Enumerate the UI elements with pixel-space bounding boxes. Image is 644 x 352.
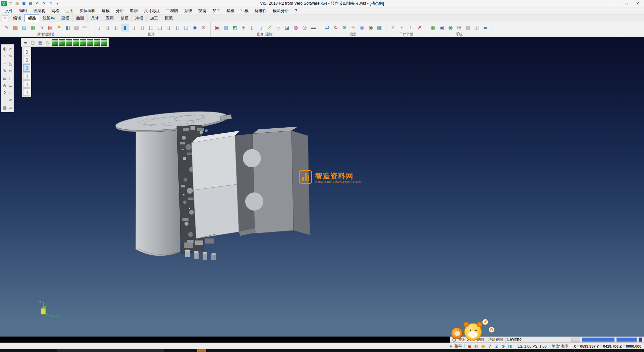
viewport-3d[interactable]: 智造资料网 INTELLIGENT MANUFACTURING DATA x Y (0, 37, 644, 337)
qa-dropdown-icon[interactable]: ▾ (54, 1, 60, 6)
ribbon-tab[interactable]: 曲面 (73, 14, 88, 22)
wp-add-icon[interactable]: + (398, 24, 406, 32)
axis-view-icon[interactable]: ◇ (44, 39, 51, 46)
menu-item[interactable]: 分析 (113, 8, 127, 14)
two-icon[interactable]: 2 (2, 90, 7, 96)
save-icon[interactable]: ▣ (21, 1, 27, 6)
gfx-diamond-icon[interactable]: ◆ (191, 24, 199, 32)
view-cube-dynamic[interactable] (101, 39, 107, 46)
wp-perp-icon[interactable]: ⊥ (407, 24, 415, 32)
menu-item[interactable]: 建模 (99, 8, 113, 14)
gfx-pair2-icon[interactable]: ◱ (156, 24, 164, 32)
close-button[interactable]: ✕ (632, 0, 643, 7)
para-icon[interactable]: ▱ (8, 104, 13, 111)
view-cube-iso-2[interactable] (59, 39, 65, 46)
scissors-icon[interactable]: ✂ (8, 45, 13, 52)
img-half-icon[interactable]: ◪ (283, 24, 291, 32)
new-file-icon[interactable]: ▢ (7, 1, 13, 6)
help-icon[interactable]: ? (487, 344, 492, 349)
menu-item[interactable]: 实体编辑 (76, 8, 99, 14)
ribbon-tab[interactable]: 编辑 (10, 14, 24, 22)
sys-grid-icon[interactable]: ▦ (429, 24, 437, 32)
undo-icon[interactable]: ↶ (34, 1, 40, 6)
box-icon[interactable]: □ (8, 90, 13, 96)
drawer-icon[interactable]: ▤ (2, 75, 7, 82)
ribbon-tab[interactable]: 建模 (58, 14, 73, 22)
tab-dropdown-icon[interactable]: ▼ (2, 15, 8, 21)
print-icon[interactable]: ▦ (28, 1, 34, 6)
menu-item[interactable]: 标准件 (252, 8, 270, 14)
img-grid-icon[interactable]: ⊞ (239, 24, 248, 32)
mask-icon[interactable]: ◑ (38, 24, 46, 32)
view-cube-top[interactable] (66, 39, 72, 46)
attr-edit-icon[interactable]: ✎ (3, 24, 11, 32)
menu-item[interactable]: 模流分析 (270, 8, 292, 14)
ruler-icon[interactable]: ▭ (8, 82, 13, 89)
active-layer-label[interactable]: LAYER0 (507, 338, 522, 342)
grid-view-icon[interactable]: ▦ (375, 24, 383, 32)
triangle-icon[interactable]: ◺ (8, 60, 13, 67)
attr-copy-icon[interactable]: ▧ (11, 24, 19, 32)
gear-icon[interactable]: ⊛ (2, 82, 7, 89)
app-logo[interactable]: V (1, 1, 7, 6)
wp-move-icon[interactable]: ↗ (415, 24, 423, 32)
img-bar-icon[interactable]: ▬ (309, 24, 317, 32)
menu-item[interactable]: 视窗 (195, 8, 209, 14)
ribbon-tab[interactable]: 尺寸 (88, 14, 102, 22)
zoom-extents-icon[interactable]: ⊕ (340, 24, 348, 32)
info2-icon[interactable]: 2 (494, 344, 499, 349)
gfx-cyl6-icon[interactable]: ▯ (165, 24, 173, 32)
view-cube-iso-1[interactable] (52, 39, 58, 46)
img-photo-icon[interactable]: ▩ (222, 24, 230, 32)
gfx-active-icon[interactable]: ▮ (121, 24, 129, 32)
img-funnel-icon[interactable]: ▽ (274, 24, 282, 32)
list-icon[interactable]: ☰ (22, 39, 29, 46)
minimize-button[interactable]: − (609, 0, 621, 7)
rotate-view-icon[interactable]: ↻ (332, 24, 340, 32)
cube-status-icon[interactable]: ◨ (507, 344, 513, 349)
settings-icon[interactable]: ⊛ (500, 344, 506, 349)
menu-item[interactable]: 文件 (2, 8, 16, 14)
menu-item[interactable]: 系统 (181, 8, 195, 14)
help-qa-icon[interactable]: ? (48, 1, 54, 6)
taskbar-item[interactable] (197, 349, 206, 352)
view-cube-right[interactable] (87, 39, 93, 46)
ribbon-tab[interactable]: 模流 (161, 14, 176, 22)
snap-lock-label[interactable]: 拴牢 (454, 344, 462, 349)
view-cube-back[interactable] (94, 39, 100, 46)
taskbar-item[interactable] (57, 349, 164, 352)
view-target-icon[interactable]: ◎ (358, 24, 366, 32)
view-cube-left[interactable] (80, 39, 86, 46)
sheet-icon[interactable]: ▢ (8, 75, 13, 82)
img-target-icon[interactable]: ◎ (301, 24, 309, 32)
menu-item[interactable]: 曲面 (62, 8, 76, 14)
menu-item[interactable]: 塑模 (223, 8, 237, 14)
menu-item[interactable]: 编辑 (16, 8, 30, 14)
gfx-cyl2-icon[interactable]: ▯ (104, 24, 112, 32)
layer-filter-icon[interactable]: ▤ (46, 24, 54, 32)
gfx-cyl3-icon[interactable]: ▯ (112, 24, 120, 32)
menu-item[interactable]: ? (292, 8, 300, 13)
menu-item[interactable]: 加工 (209, 8, 223, 14)
sys-window-icon[interactable]: ◫ (473, 24, 481, 32)
gfx-box-icon[interactable]: ◫ (182, 24, 190, 32)
gfx-gear-icon[interactable]: ⊛ (200, 24, 208, 32)
wave-icon[interactable]: ≈ (2, 60, 7, 67)
layer-cyl-2[interactable]: ▯ (23, 56, 30, 63)
prev-view-icon[interactable]: ◉ (367, 24, 375, 32)
blank-view-icon[interactable]: ▢ (30, 39, 36, 46)
view-cube-front[interactable] (73, 39, 79, 46)
shade-icon[interactable]: ☀ (349, 24, 357, 32)
menu-item[interactable]: 工程图 (163, 8, 181, 14)
ribbon-tab[interactable]: 线架构 (39, 14, 58, 22)
ribbon-tab[interactable]: 加工 (147, 14, 161, 22)
grid-view-icon[interactable]: ▦ (37, 39, 44, 46)
gfx-pair1-icon[interactable]: ◰ (147, 24, 155, 32)
gfx-cyl4-icon[interactable]: ▯ (130, 24, 138, 32)
layer-cyl-6[interactable]: ▯ (23, 88, 30, 96)
img-capture-icon[interactable]: ▣ (213, 24, 221, 32)
maximize-button[interactable]: □ (621, 0, 632, 7)
img-cyl1-icon[interactable]: ▯ (248, 24, 256, 32)
img-layers-icon[interactable]: ◩ (231, 24, 239, 32)
snap-lock-icon[interactable]: ◆ (450, 344, 452, 348)
